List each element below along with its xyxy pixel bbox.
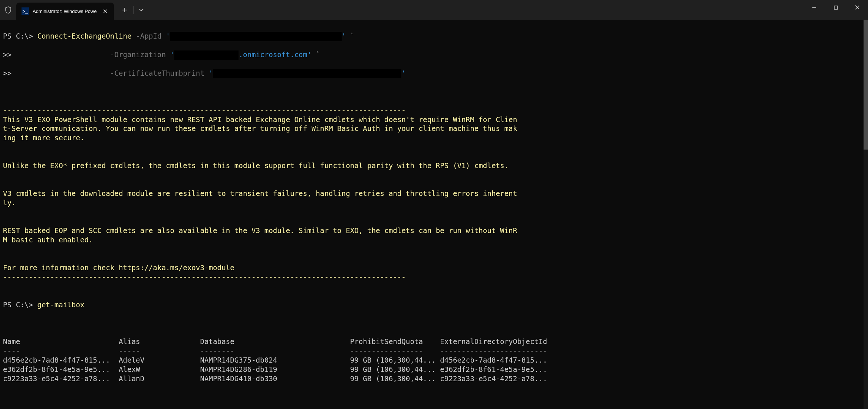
new-tab-button[interactable]	[118, 3, 132, 17]
titlebar: >_ Administrator: Windows Powe	[0, 0, 868, 20]
maximize-button[interactable]	[825, 0, 846, 15]
module-para3: V3 cmdlets in the downloaded module are …	[3, 189, 517, 207]
ps-prompt: PS C:\>	[3, 301, 37, 309]
minimize-button[interactable]	[803, 0, 825, 15]
cmdlet-name: Connect-ExchangeOnline	[37, 32, 131, 40]
continuation-prompt: >>	[3, 69, 110, 78]
scrollbar-thumb[interactable]	[864, 20, 868, 150]
appid-quote-close: '	[342, 32, 346, 40]
powershell-icon: >_	[22, 7, 29, 15]
table-row: d456e2cb-7ad8-4f47-815... AdeleV NAMPR14…	[3, 356, 547, 364]
continuation-prompt: >>	[3, 50, 110, 59]
module-para5: For more information check https://aka.m…	[3, 264, 234, 272]
org-suffix: .onmicrosoft.com'	[239, 50, 311, 59]
cmdlet-getmailbox: get-mailbox	[37, 301, 84, 309]
shield-icon	[0, 0, 16, 20]
table-underline: ---- ----- -------- ----------------- --…	[3, 347, 547, 355]
redacted-cert: xxxxxxxxxxxxxxxxxxxxxxxxxxxxxxxxxxxxxxxx…	[213, 69, 401, 78]
window-controls	[803, 0, 868, 20]
param-organization: -Organization	[110, 50, 170, 59]
tab-divider	[133, 6, 134, 14]
table-row: c9223a33-e5c4-4252-a78... AllanD NAMPR14…	[3, 374, 547, 383]
param-appid: -AppId	[132, 32, 166, 40]
redacted-org: xxxxxxxxxxxxxxx	[174, 50, 239, 60]
terminal-output: PS C:\> Connect-ExchangeOnline -AppId 'x…	[3, 32, 865, 384]
org-quote-open: '	[170, 50, 175, 59]
tab-title: Administrator: Windows Powe	[33, 9, 97, 14]
ps-prompt: PS C:\>	[3, 32, 37, 40]
module-para4: REST backed EOP and SCC cmdlets are also…	[3, 226, 517, 244]
appid-quote-open: '	[166, 32, 170, 40]
table-header: Name Alias Database ProhibitSendQuota Ex…	[3, 337, 547, 346]
param-certthumbprint: -CertificateThumbprint	[110, 69, 209, 78]
cert-quote-close: '	[401, 69, 406, 78]
module-divider2: ----------------------------------------…	[3, 273, 406, 281]
line-continuation: `	[312, 50, 320, 59]
redacted-appid: xxxxxxxxxxxxxxxxxxxxxxxxxxxxxxxxxxxxxxxx	[170, 32, 342, 41]
table-row: e362df2b-8f61-4e5a-9e5... AlexW NAMPR14D…	[3, 365, 547, 374]
module-divider: ----------------------------------------…	[3, 106, 406, 115]
module-para2: Unlike the EXO* prefixed cmdlets, the cm…	[3, 161, 509, 170]
tab-dropdown-button[interactable]	[135, 3, 148, 17]
active-tab[interactable]: >_ Administrator: Windows Powe	[16, 3, 114, 20]
module-para1: This V3 EXO PowerShell module contains n…	[3, 115, 517, 143]
close-button[interactable]	[846, 0, 868, 15]
terminal-content[interactable]: PS C:\> Connect-ExchangeOnline -AppId 'x…	[0, 20, 868, 409]
svg-rect-5	[834, 6, 838, 9]
tab-close-button[interactable]	[101, 7, 109, 15]
cert-quote-open: '	[209, 69, 213, 78]
line-continuation: `	[346, 32, 354, 40]
scrollbar[interactable]	[864, 20, 868, 409]
